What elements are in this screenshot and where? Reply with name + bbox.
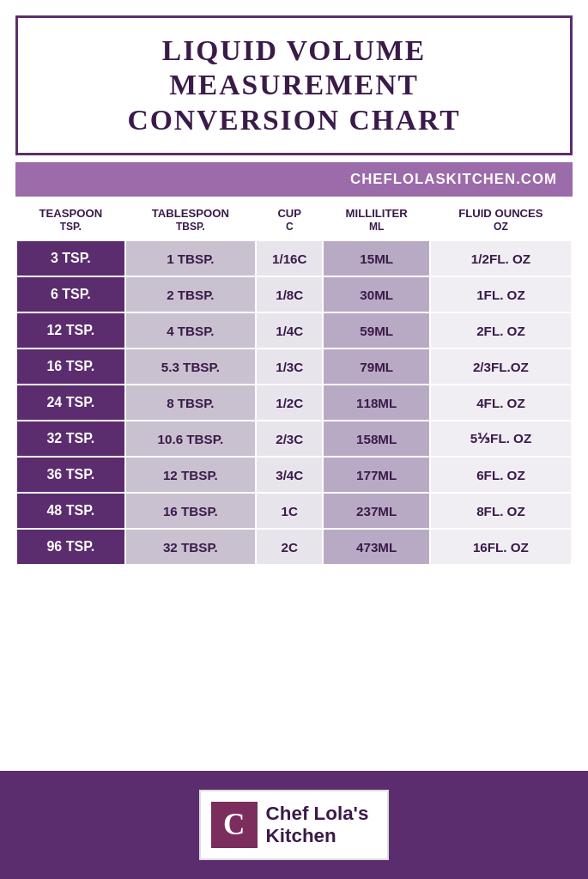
cell-tsp-3: 16 TSP. xyxy=(16,349,125,385)
cell-tbsp-1: 2 TBSP. xyxy=(125,276,256,312)
col-header-fluid-ounces: FLUID OUNCES OZ xyxy=(430,200,572,240)
cell-oz-8: 16FL. OZ xyxy=(430,529,572,565)
cell-ml-0: 15ML xyxy=(323,240,429,276)
table-header-row: TEASPOON Tsp. TABLESPOON Tbsp. CUP C MIL… xyxy=(16,200,572,240)
table-row: 48 TSP.16 TBSP.1C237ML8FL. OZ xyxy=(16,493,572,529)
website-url: CHEFLOLASKITCHEN.COM xyxy=(350,171,557,187)
table-row: 36 TSP.12 TBSP.3/4C177ML6FL. OZ xyxy=(16,457,572,493)
conversion-table: TEASPOON Tsp. TABLESPOON Tbsp. CUP C MIL… xyxy=(15,200,573,566)
cell-cup-5: 2/3C xyxy=(256,421,323,457)
cell-cup-0: 1/16C xyxy=(256,240,323,276)
logo-box: C Chef Lola's Kitchen xyxy=(199,790,390,860)
table-body: 3 TSP.1 TBSP.1/16C15ML1/2FL. OZ6 TSP.2 T… xyxy=(16,240,572,565)
cell-cup-4: 1/2C xyxy=(256,385,323,421)
cell-cup-6: 3/4C xyxy=(256,457,323,493)
cell-ml-6: 177ML xyxy=(323,457,429,493)
cell-cup-1: 1/8C xyxy=(256,276,323,312)
logo-text: Chef Lola's Kitchen xyxy=(266,803,369,847)
cell-tsp-7: 48 TSP. xyxy=(16,493,125,529)
cell-cup-2: 1/4C xyxy=(256,312,323,349)
cell-oz-1: 1FL. OZ xyxy=(430,276,572,312)
table-row: 3 TSP.1 TBSP.1/16C15ML1/2FL. OZ xyxy=(16,240,572,276)
cell-tbsp-7: 16 TBSP. xyxy=(125,493,256,529)
table-row: 6 TSP.2 TBSP.1/8C30ML1FL. OZ xyxy=(16,276,572,312)
cell-oz-5: 5⅓FL. OZ xyxy=(430,421,572,457)
cell-tsp-1: 6 TSP. xyxy=(16,276,125,312)
cell-tbsp-0: 1 TBSP. xyxy=(125,240,256,276)
table-row: 96 TSP.32 TBSP.2C473ML16FL. OZ xyxy=(16,529,572,565)
cell-ml-5: 158ML xyxy=(323,421,429,457)
cell-oz-4: 4FL. OZ xyxy=(430,385,572,421)
cell-oz-3: 2/3FL.OZ xyxy=(430,349,572,385)
cell-tsp-0: 3 TSP. xyxy=(16,240,125,276)
cell-ml-8: 473ML xyxy=(323,529,429,565)
cell-oz-7: 8FL. OZ xyxy=(430,493,572,529)
col-header-cup: CUP C xyxy=(256,200,323,240)
cell-tsp-6: 36 TSP. xyxy=(16,457,125,493)
cell-oz-0: 1/2FL. OZ xyxy=(430,240,572,276)
title-section: Liquid Volume Measurement Conversion Cha… xyxy=(15,15,573,155)
col-header-teaspoon: TEASPOON Tsp. xyxy=(16,200,125,240)
logo-line1: Chef Lola's xyxy=(266,803,369,825)
cell-tsp-2: 12 TSP. xyxy=(16,312,125,349)
cell-cup-8: 2C xyxy=(256,529,323,565)
cell-tbsp-5: 10.6 TBSP. xyxy=(125,421,256,457)
cell-tbsp-8: 32 TBSP. xyxy=(125,529,256,565)
cell-tbsp-4: 8 TBSP. xyxy=(125,385,256,421)
cell-oz-2: 2FL. OZ xyxy=(430,312,572,349)
page-title: Liquid Volume Measurement Conversion Cha… xyxy=(27,33,561,137)
cell-oz-6: 6FL. OZ xyxy=(430,457,572,493)
col-header-milliliter: MILLILITER ml xyxy=(323,200,429,240)
cell-ml-7: 237ML xyxy=(323,493,429,529)
table-row: 24 TSP.8 TBSP.1/2C118ML4FL. OZ xyxy=(16,385,572,421)
cell-tbsp-2: 4 TBSP. xyxy=(125,312,256,349)
cell-cup-3: 1/3C xyxy=(256,349,323,385)
cell-tbsp-3: 5.3 TBSP. xyxy=(125,349,256,385)
table-row: 32 TSP.10.6 TBSP.2/3C158ML5⅓FL. OZ xyxy=(16,421,572,457)
footer: C Chef Lola's Kitchen xyxy=(0,771,588,879)
table-row: 12 TSP.4 TBSP.1/4C59ML2FL. OZ xyxy=(16,312,572,349)
website-bar: CHEFLOLASKITCHEN.COM xyxy=(15,162,573,197)
cell-ml-4: 118ML xyxy=(323,385,429,421)
cell-ml-3: 79ML xyxy=(323,349,429,385)
cell-ml-2: 59ML xyxy=(323,312,429,349)
cell-tsp-4: 24 TSP. xyxy=(16,385,125,421)
logo-line2: Kitchen xyxy=(266,825,369,847)
cell-tbsp-6: 12 TBSP. xyxy=(125,457,256,493)
cell-tsp-5: 32 TSP. xyxy=(16,421,125,457)
logo-c-letter: C xyxy=(211,802,258,848)
table-wrapper: TEASPOON Tsp. TABLESPOON Tbsp. CUP C MIL… xyxy=(15,200,573,762)
table-row: 16 TSP.5.3 TBSP.1/3C79ML2/3FL.OZ xyxy=(16,349,572,385)
cell-tsp-8: 96 TSP. xyxy=(16,529,125,565)
cell-cup-7: 1C xyxy=(256,493,323,529)
cell-ml-1: 30ML xyxy=(323,276,429,312)
col-header-tablespoon: TABLESPOON Tbsp. xyxy=(125,200,256,240)
